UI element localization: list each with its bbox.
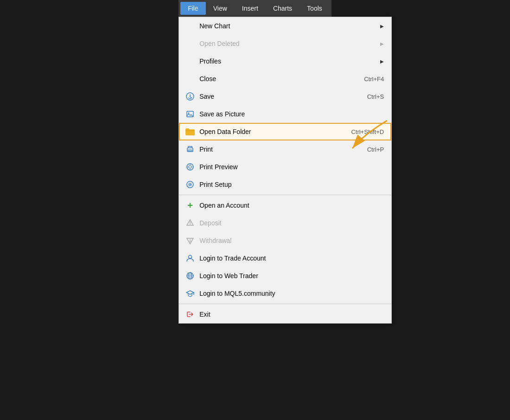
open-deleted-label: Open Deleted: [199, 40, 376, 47]
save-shortcut: Ctrl+S: [367, 93, 384, 100]
svg-point-16: [190, 239, 191, 240]
menu-bar-file[interactable]: File: [180, 2, 206, 15]
print-preview-icon: [185, 161, 196, 172]
print-setup-label: Print Setup: [199, 181, 384, 188]
withdrawal-icon: [185, 235, 196, 246]
login-trade-label: Login to Trade Account: [199, 255, 384, 262]
deposit-label: Deposit: [199, 219, 384, 227]
menu-item-profiles[interactable]: Profiles ▶: [179, 52, 391, 70]
user-icon: [185, 253, 196, 264]
separator-2: [179, 304, 391, 304]
close-label: Close: [199, 75, 364, 83]
menu-item-new-chart[interactable]: New Chart ▶: [179, 17, 391, 35]
file-dropdown-menu: New Chart ▶ Open Deleted ▶ Profiles ▶ Cl…: [178, 17, 392, 324]
print-icon: [185, 144, 196, 155]
close-icon: [185, 73, 196, 84]
new-chart-label: New Chart: [199, 22, 376, 30]
menu-item-print-setup[interactable]: Print Setup: [179, 176, 391, 193]
menu-bar: File View Insert Charts Tools: [178, 0, 332, 17]
save-icon: [185, 91, 196, 102]
print-preview-label: Print Preview: [199, 163, 384, 171]
profiles-label: Profiles: [199, 57, 376, 65]
save-label: Save: [199, 93, 367, 100]
close-shortcut: Ctrl+F4: [364, 76, 384, 83]
globe-icon: [185, 270, 196, 281]
graduation-icon: [185, 288, 196, 299]
new-chart-icon: [185, 20, 196, 32]
folder-icon: [185, 126, 196, 137]
print-setup-icon: [185, 179, 196, 190]
menu-item-exit[interactable]: Exit: [179, 305, 391, 323]
menu-container: File View Insert Charts Tools New Chart …: [178, 0, 332, 17]
open-deleted-arrow: ▶: [380, 41, 384, 46]
save-picture-icon: [185, 108, 196, 120]
svg-point-17: [189, 255, 192, 259]
open-account-label: Open an Account: [199, 202, 384, 209]
exit-label: Exit: [199, 311, 384, 318]
profiles-arrow: ▶: [380, 59, 384, 64]
menu-item-deposit[interactable]: Deposit: [179, 214, 391, 232]
menu-bar-insert[interactable]: Insert: [235, 2, 266, 15]
profiles-icon: [185, 56, 196, 67]
open-deleted-icon: [185, 38, 196, 49]
menu-item-open-deleted[interactable]: Open Deleted ▶: [179, 35, 391, 52]
svg-point-10: [190, 184, 191, 185]
menu-bar-charts[interactable]: Charts: [266, 2, 300, 15]
menu-item-open-account[interactable]: + Open an Account: [179, 197, 391, 214]
menu-item-login-web[interactable]: Login to Web Trader: [179, 267, 391, 285]
svg-point-13: [190, 224, 191, 225]
menu-item-login-mql5[interactable]: Login to MQL5.community: [179, 285, 391, 302]
menu-item-save[interactable]: Save Ctrl+S: [179, 88, 391, 105]
withdrawal-label: Withdrawal: [199, 237, 384, 244]
menu-item-close[interactable]: Close Ctrl+F4: [179, 70, 391, 88]
annotation-arrow: [327, 116, 420, 162]
menu-item-withdrawal[interactable]: Withdrawal: [179, 232, 391, 249]
exit-icon: [185, 309, 196, 320]
menu-bar-view[interactable]: View: [206, 2, 235, 15]
deposit-icon: [185, 217, 196, 229]
separator-1: [179, 195, 391, 195]
open-account-icon: +: [185, 200, 196, 211]
menu-bar-tools[interactable]: Tools: [300, 2, 330, 15]
menu-item-login-trade[interactable]: Login to Trade Account: [179, 249, 391, 267]
svg-marker-20: [186, 291, 194, 294]
new-chart-arrow: ▶: [380, 24, 384, 29]
login-web-label: Login to Web Trader: [199, 272, 384, 280]
svg-point-2: [188, 113, 190, 114]
login-mql5-label: Login to MQL5.community: [199, 290, 384, 297]
svg-point-7: [189, 165, 191, 168]
